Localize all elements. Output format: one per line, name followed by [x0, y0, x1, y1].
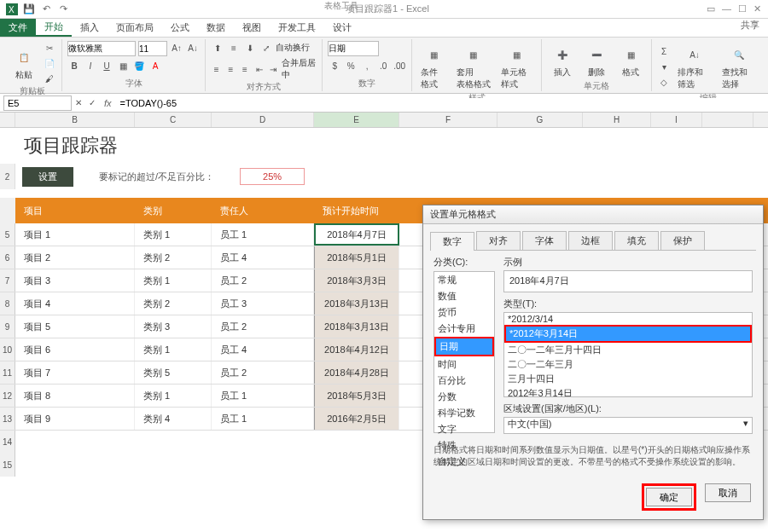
- cell-project[interactable]: 项目 7: [15, 361, 135, 384]
- cell-date[interactable]: 2018年5月1日: [314, 246, 399, 269]
- cell-project[interactable]: 项目 5: [15, 315, 135, 338]
- fx-icon[interactable]: fx: [99, 98, 117, 108]
- number-format-select[interactable]: [328, 41, 379, 56]
- cell-category[interactable]: 类别 1: [135, 338, 212, 361]
- sort-filter-button[interactable]: A↓排序和筛选: [674, 41, 715, 92]
- ok-button[interactable]: 确定: [646, 488, 692, 506]
- cell-date[interactable]: 2018年4月7日: [314, 223, 399, 246]
- cell-project[interactable]: 项目 1: [15, 223, 135, 246]
- close-icon[interactable]: ✕: [753, 3, 761, 14]
- category-list[interactable]: 常规 数值 货币 会计专用 日期 时间 百分比 分数 科学记数 文字 特殊 自定…: [433, 271, 495, 433]
- row-header[interactable]: 9: [0, 315, 15, 338]
- row-header[interactable]: 13: [0, 408, 15, 430]
- col-i[interactable]: I: [651, 113, 702, 127]
- cell-category[interactable]: 类别 3: [135, 315, 212, 338]
- fill-icon[interactable]: ▾: [657, 60, 671, 73]
- cell-category[interactable]: 类别 2: [135, 246, 212, 269]
- cell-owner[interactable]: 员工 4: [212, 338, 314, 361]
- cell-project[interactable]: 项目 8: [15, 385, 135, 407]
- cell-date[interactable]: 2018年3月3日: [314, 269, 399, 292]
- delete-cells-button[interactable]: ➖删除: [581, 41, 612, 80]
- category-date[interactable]: 日期: [434, 337, 494, 356]
- insert-cells-button[interactable]: ➕插入: [547, 41, 578, 80]
- currency-icon[interactable]: $: [328, 59, 341, 72]
- cell-category[interactable]: 类别 2: [135, 292, 212, 315]
- tab-data[interactable]: 数据: [198, 19, 234, 37]
- cell-owner[interactable]: 员工 2: [212, 269, 314, 292]
- bold-button[interactable]: B: [67, 59, 81, 72]
- col-e[interactable]: E: [314, 113, 399, 127]
- cell-date[interactable]: 2018年4月28日: [314, 361, 399, 384]
- cell-style-button[interactable]: ▦单元格样式: [497, 41, 536, 92]
- hdr-owner[interactable]: 责任人: [212, 198, 314, 223]
- copy-icon[interactable]: 📄: [43, 56, 56, 70]
- cell-owner[interactable]: 员工 1: [212, 408, 314, 430]
- tab-formulas[interactable]: 公式: [162, 19, 198, 37]
- maximize-icon[interactable]: ☐: [738, 3, 747, 14]
- merge-button[interactable]: 合并后居中: [282, 57, 317, 81]
- cell-owner[interactable]: 员工 1: [212, 223, 314, 246]
- cell-category[interactable]: 类别 5: [135, 361, 212, 384]
- dlg-tab-font[interactable]: 字体: [522, 231, 567, 250]
- cell-owner[interactable]: 员工 2: [212, 361, 314, 384]
- comma-icon[interactable]: ,: [360, 59, 374, 72]
- paste-button[interactable]: 📋 粘贴: [9, 43, 39, 83]
- dlg-tab-align[interactable]: 对齐: [476, 231, 521, 250]
- dlg-tab-fill[interactable]: 填充: [614, 231, 659, 250]
- dlg-tab-border[interactable]: 边框: [568, 231, 613, 250]
- settings-button[interactable]: 设置: [22, 167, 73, 187]
- cell-project[interactable]: 项目 9: [15, 408, 135, 430]
- cell-category[interactable]: 类别 1: [135, 269, 212, 292]
- wrap-text-button[interactable]: 自动换行: [276, 42, 310, 54]
- shrink-font-icon[interactable]: A↓: [186, 41, 200, 55]
- cut-icon[interactable]: ✂: [43, 41, 56, 55]
- font-name-select[interactable]: [67, 41, 136, 56]
- tab-design[interactable]: 设计: [324, 19, 360, 37]
- type-selected[interactable]: *2012年3月14日: [504, 325, 752, 343]
- cond-format-button[interactable]: ▦条件格式: [417, 41, 450, 92]
- indent-dec-icon[interactable]: ⇤: [253, 62, 265, 76]
- cancel-formula-icon[interactable]: ✕: [72, 96, 85, 110]
- row-header[interactable]: 12: [0, 385, 15, 407]
- align-center-icon[interactable]: ≡: [225, 62, 237, 76]
- grow-font-icon[interactable]: A↑: [170, 41, 183, 55]
- cell-owner[interactable]: 员工 3: [212, 292, 314, 315]
- column-headers[interactable]: B C D E F G H I: [0, 113, 768, 128]
- cell-date[interactable]: 2018年5月3日: [314, 385, 399, 407]
- enter-formula-icon[interactable]: ✓: [85, 96, 99, 110]
- cell-category[interactable]: 类别 4: [135, 408, 212, 430]
- cell-date[interactable]: 2016年2月5日: [314, 408, 399, 430]
- dlg-tab-protect[interactable]: 保护: [660, 231, 705, 250]
- tab-file[interactable]: 文件: [0, 19, 36, 37]
- threshold-value[interactable]: 25%: [240, 168, 305, 185]
- fill-color-icon[interactable]: 🪣: [132, 59, 146, 72]
- row-header[interactable]: 11: [0, 361, 15, 384]
- dlg-tab-number[interactable]: 数字: [430, 232, 474, 251]
- hdr-category[interactable]: 类别: [135, 198, 212, 223]
- cell-date[interactable]: 2018年3月13日: [314, 292, 399, 315]
- cell-project[interactable]: 项目 2: [15, 246, 135, 269]
- col-b[interactable]: B: [15, 113, 135, 127]
- align-left-icon[interactable]: ≡: [211, 62, 223, 76]
- row-header[interactable]: 7: [0, 269, 15, 292]
- col-h[interactable]: H: [583, 113, 651, 127]
- italic-button[interactable]: I: [84, 59, 97, 72]
- align-right-icon[interactable]: ≡: [239, 62, 251, 76]
- hdr-start[interactable]: 预计开始时间: [314, 198, 399, 223]
- autosum-icon[interactable]: Σ: [657, 44, 671, 58]
- format-cells-button[interactable]: ▦格式: [615, 41, 646, 80]
- minimize-icon[interactable]: —: [722, 3, 731, 14]
- find-button[interactable]: 🔍查找和选择: [719, 41, 759, 92]
- locale-select[interactable]: 中文(中国)▾: [503, 417, 753, 434]
- row-header[interactable]: 5: [0, 223, 15, 246]
- font-size-select[interactable]: [138, 41, 167, 56]
- hdr-project[interactable]: 项目: [15, 198, 135, 223]
- col-g[interactable]: G: [497, 113, 583, 127]
- col-d[interactable]: D: [212, 113, 314, 127]
- tab-home[interactable]: 开始: [36, 19, 72, 37]
- cell-category[interactable]: 类别 1: [135, 385, 212, 407]
- cell-date[interactable]: 2018年4月12日: [314, 338, 399, 361]
- clear-icon[interactable]: ◇: [657, 75, 671, 89]
- format-painter-icon[interactable]: 🖌: [43, 72, 56, 85]
- ribbon-opts-icon[interactable]: ▭: [707, 3, 715, 14]
